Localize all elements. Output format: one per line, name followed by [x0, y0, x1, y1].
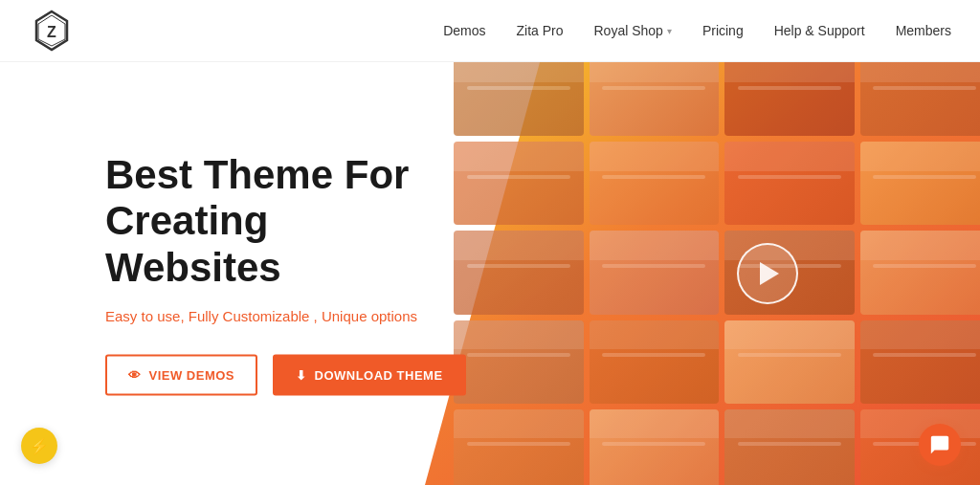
play-button[interactable] [737, 243, 798, 304]
screenshot-card [860, 142, 981, 225]
screenshot-card [724, 320, 855, 404]
hero-section: Best Theme For Creating Websites Easy to… [0, 62, 980, 485]
screenshot-card [590, 142, 720, 225]
screenshots-grid [454, 62, 980, 485]
notification-dot[interactable] [21, 428, 57, 464]
nav-item-demos[interactable]: Demos [443, 23, 485, 38]
play-icon [760, 262, 779, 285]
screenshot-card [860, 231, 981, 314]
screenshot-card [454, 62, 584, 136]
chat-bubble-button[interactable] [919, 424, 961, 466]
nav-item-members[interactable]: Members [896, 23, 951, 38]
hero-content: Best Theme For Creating Websites Easy to… [105, 152, 507, 396]
screenshot-card [724, 409, 855, 485]
nav-item-royal-shop[interactable]: Royal Shop ▾ [594, 23, 672, 38]
download-theme-button[interactable]: ⬇ DOWNLOAD THEME [273, 354, 466, 395]
screenshot-card [724, 62, 855, 136]
header: Z Demos Zita Pro Royal Shop ▾ Pricing He… [0, 0, 980, 62]
screenshot-card [590, 320, 720, 404]
hero-buttons: 👁 VIEW DEMOS ⬇ DOWNLOAD THEME [105, 354, 507, 395]
screenshot-card [590, 62, 720, 136]
svg-text:Z: Z [47, 24, 56, 40]
nav-item-pricing[interactable]: Pricing [702, 23, 744, 38]
screenshot-card [724, 142, 855, 225]
chevron-down-icon: ▾ [667, 26, 672, 36]
screenshots-container [425, 62, 980, 485]
eye-icon: 👁 [128, 367, 142, 382]
screenshot-card [860, 320, 981, 404]
screenshot-card [860, 62, 981, 136]
hero-subtitle: Easy to use, Fully Customizable , Unique… [105, 307, 507, 323]
nav-item-zita-pro[interactable]: Zita Pro [516, 23, 563, 38]
screenshot-card [454, 409, 584, 485]
screenshot-card [590, 409, 720, 485]
nav-item-help-support[interactable]: Help & Support [774, 23, 865, 38]
screenshot-card [590, 231, 720, 314]
main-nav: Demos Zita Pro Royal Shop ▾ Pricing Help… [443, 23, 951, 38]
logo[interactable]: Z [29, 8, 75, 54]
hero-title: Best Theme For Creating Websites [105, 152, 507, 291]
view-demos-button[interactable]: 👁 VIEW DEMOS [105, 354, 257, 395]
download-icon: ⬇ [296, 367, 307, 382]
